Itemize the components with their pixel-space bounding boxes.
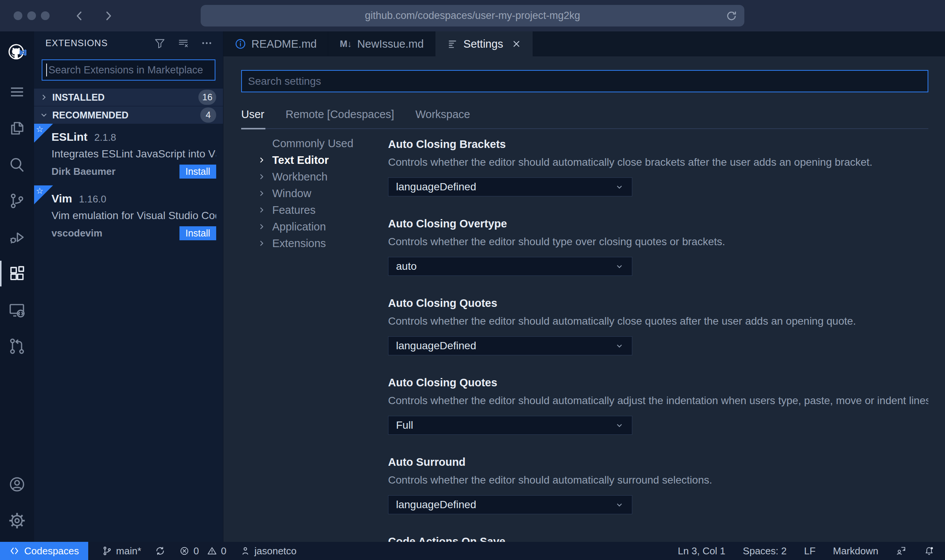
setting-title: Auto Closing Quotes [388,376,928,389]
setting-entry: Code Actions On Save [388,535,928,542]
editor-tab-bar: README.md M↓ NewIssue.md Settings [223,31,945,56]
chevron-down-icon [614,182,624,192]
extensions-sidebar: EXTENSIONS INSTALLED 16 RECOMMENDED 4 ☆ [34,31,223,542]
editor-area: README.md M↓ NewIssue.md Settings User R… [223,31,945,542]
count-badge: 16 [198,90,216,105]
settings-editor: User Remote [Codespaces] Workspace Commo… [223,56,945,542]
cursor-position[interactable]: Ln 3, Col 1 [678,545,725,557]
warning-count: 0 [221,545,226,557]
star-icon: ☆ [36,124,44,134]
active-scope-marker [241,128,265,129]
setting-dropdown[interactable]: auto [388,257,632,276]
toc-item-commonly-used[interactable]: Commonly Used [241,135,388,152]
setting-dropdown[interactable]: languageDefined [388,495,632,514]
run-debug-icon[interactable] [0,219,34,255]
feedback-icon[interactable] [896,546,906,556]
settings-search-input[interactable] [242,71,928,92]
window-minimize-button[interactable] [27,11,36,20]
setting-dropdown[interactable]: Full [388,416,632,435]
browser-chrome: github.com/codespaces/user-my-project-mg… [0,0,945,31]
toc-item-workbench[interactable]: Workbench [241,168,388,185]
extensions-search-input[interactable] [42,60,215,80]
search-icon[interactable] [0,146,34,183]
extensions-icon[interactable] [0,255,34,292]
setting-entry: Auto Closing Quotes Controls whether the… [388,376,928,435]
chevron-right-icon [39,93,48,102]
more-actions-icon[interactable] [201,37,212,49]
toc-item-application[interactable]: Application [241,218,388,235]
setting-title: Auto Closing Quotes [388,296,928,310]
chevron-right-icon [257,222,266,231]
settings-entries: Auto Closing Brackets Controls whether t… [388,135,928,542]
settings-search-box [241,70,928,92]
extension-list-item[interactable]: ☆ Vim 1.16.0 Vim emulation for Visual St… [34,185,223,247]
extension-description: Integrates ESLint JavaScript into VS C..… [51,148,216,160]
markdown-icon: M↓ [340,39,352,49]
info-icon [235,38,246,50]
toc-item-extensions[interactable]: Extensions [241,235,388,252]
scope-tab-remote[interactable]: Remote [Codespaces] [285,108,394,121]
sync-button[interactable] [155,546,165,556]
tab-label: Settings [463,38,503,50]
toc-item-window[interactable]: Window [241,185,388,202]
section-installed[interactable]: INSTALLED 16 [34,88,223,106]
error-count: 0 [193,545,199,557]
setting-title: Auto Surround [388,455,928,469]
chevron-down-icon [39,110,48,120]
remote-icon [9,546,20,556]
close-icon[interactable] [511,39,521,49]
toc-item-text-editor[interactable]: Text Editor [241,152,388,168]
star-icon: ☆ [36,186,44,196]
explorer-icon[interactable] [0,110,34,146]
language-mode[interactable]: Markdown [833,545,878,557]
menu-icon[interactable] [0,74,34,110]
text-cursor [46,64,47,76]
window-close-button[interactable] [14,11,22,20]
tab-label: NewIssue.md [357,38,424,50]
extension-author: Dirk Baeumer [51,166,115,177]
pull-requests-icon[interactable] [0,328,34,364]
branch-indicator[interactable]: main* [102,545,141,557]
extension-name: Vim [51,192,72,205]
account-icon[interactable] [0,466,34,502]
setting-entry: Auto Surround Controls whether the edito… [388,455,928,514]
browser-back-button[interactable] [73,9,86,22]
indentation-indicator[interactable]: Spaces: 2 [743,545,787,557]
remote-explorer-icon[interactable] [0,292,34,328]
section-label: RECOMMENDED [52,110,128,121]
install-button[interactable]: Install [179,165,216,179]
chevron-down-icon [614,341,624,351]
error-icon [179,546,190,556]
tab-newissue[interactable]: M↓ NewIssue.md [328,31,435,56]
scope-tab-workspace[interactable]: Workspace [415,108,470,121]
toc-item-features[interactable]: Features [241,202,388,218]
clear-list-icon[interactable] [178,37,189,49]
tab-readme[interactable]: README.md [223,31,328,56]
problems-indicator[interactable]: 0 0 [179,545,226,557]
eol-indicator[interactable]: LF [804,545,816,557]
extension-list-item[interactable]: ☆ ESLint 2.1.8 Integrates ESLint JavaScr… [34,124,223,185]
source-control-icon[interactable] [0,183,34,219]
chevron-down-icon [614,420,624,430]
tab-settings[interactable]: Settings [435,31,533,56]
browser-forward-button[interactable] [102,9,115,22]
codespaces-remote-button[interactable]: Codespaces [0,542,88,560]
status-bar: Codespaces main* 0 0 jasonetco Ln 3, Col… [0,542,945,560]
setting-entry: Auto Closing Brackets Controls whether t… [388,137,928,196]
scope-tab-user[interactable]: User [241,108,264,121]
gear-icon[interactable] [0,502,34,539]
notifications-bell-icon[interactable] [924,546,934,556]
dropdown-value: languageDefined [396,181,476,193]
setting-description: Controls whether the editor should autom… [388,473,928,487]
user-indicator[interactable]: jasonetco [240,545,296,557]
install-button[interactable]: Install [179,226,216,240]
setting-dropdown[interactable]: languageDefined [388,177,632,196]
reload-icon[interactable] [725,10,738,22]
window-maximize-button[interactable] [41,11,50,20]
address-bar[interactable]: github.com/codespaces/user-my-project-mg… [201,5,744,26]
scope-underline [241,128,928,129]
extension-name: ESLint [51,131,87,143]
setting-dropdown[interactable]: languageDefined [388,336,632,355]
section-recommended[interactable]: RECOMMENDED 4 [34,106,223,124]
filter-icon[interactable] [154,37,165,49]
